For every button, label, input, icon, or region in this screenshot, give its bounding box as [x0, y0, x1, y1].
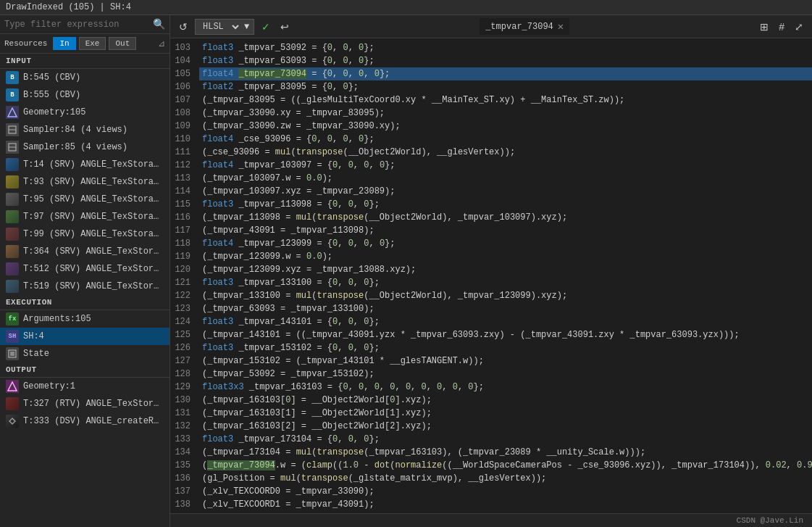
- search-input[interactable]: [4, 20, 150, 30]
- tree-item-t93[interactable]: T:93 (SRV) ANGLE_TexStorag...: [0, 173, 169, 191]
- close-file-button[interactable]: ✕: [558, 20, 564, 33]
- tree-item-t333[interactable]: T:333 (DSV) ANGLE_createRe...: [0, 412, 169, 430]
- line-number: 121: [170, 276, 199, 289]
- line-content: float3x3 _tmpvar_163103 = {0, 0, 0, 0, 0…: [199, 381, 812, 394]
- line-content: float4 _tmpvar_73094 = {0, 0, 0, 0};: [199, 67, 812, 80]
- title-text: DrawIndexed (105) | SH:4: [6, 2, 131, 12]
- tree-item-b545[interactable]: B B:545 (CBV): [0, 69, 169, 86]
- texture-icon-t97: [6, 210, 19, 223]
- line-number: 136: [170, 472, 199, 485]
- line-number: 132: [170, 420, 199, 433]
- line-number: 134: [170, 446, 199, 459]
- tree-item-t95[interactable]: T:95 (SRV) ANGLE_TexStorag...: [0, 191, 169, 208]
- tree-item-samp84[interactable]: Sampler:84 (4 views): [0, 121, 169, 138]
- tabs-row: Resources In Exe Out ⊿: [0, 34, 169, 54]
- line-content: (_tmpvar_63093 = _tmpvar_133100);: [199, 302, 812, 315]
- code-line: 108(_tmpvar_33090.xy = _tmpvar_83095);: [170, 107, 812, 120]
- line-number: 104: [170, 54, 199, 67]
- tree-item-t14[interactable]: T:14 (SRV) ANGLE_TexStorag...: [0, 156, 169, 173]
- tree-item-state[interactable]: State: [0, 345, 169, 362]
- line-content: float3 _tmpvar_153102 = {0, 0, 0};: [199, 341, 812, 354]
- code-line: 120(_tmpvar_123099.xyz = _tmpvar_13088.x…: [170, 263, 812, 276]
- section-output-header: Output: [0, 362, 169, 378]
- line-content: (gl_Position = mul(transpose(_glstate_ma…: [199, 472, 812, 485]
- line-number: 112: [170, 159, 199, 172]
- code-line: 116(_tmpvar_113098 = mul(transpose(__Obj…: [170, 211, 812, 224]
- code-line: 124float3 _tmpvar_143101 = {0, 0, 0};: [170, 315, 812, 328]
- search-bar: 🔍: [0, 15, 169, 34]
- code-line: 103float3 _tmpvar_53092 = {0, 0, 0};: [170, 41, 812, 54]
- filter-icon[interactable]: ⊿: [158, 38, 165, 49]
- line-number: 103: [170, 41, 199, 54]
- state-icon: [6, 347, 19, 360]
- tree-item-t519[interactable]: T:519 (SRV) ANGLE_TexStor...: [0, 278, 169, 295]
- tree-item-t99[interactable]: T:99 (SRV) ANGLE_TexStorag...: [0, 225, 169, 243]
- line-number: 126: [170, 341, 199, 354]
- line-content: (_tmpvar_53092 = _tmpvar_153102);: [199, 368, 812, 381]
- code-line: 122(_tmpvar_133100 = mul(transpose(__Obj…: [170, 289, 812, 302]
- item-label-sh4: SH:4: [23, 331, 44, 341]
- language-selector[interactable]: HLSL GLSL SPIRV ▼: [195, 19, 254, 35]
- buffer-icon: B: [6, 71, 19, 84]
- line-number: 116: [170, 211, 199, 224]
- tree-item-sh4[interactable]: SH SH:4: [0, 328, 169, 345]
- tab-out[interactable]: Out: [109, 37, 136, 50]
- line-content: (_tmpvar_123099.xyz = _tmpvar_13088.xyz)…: [199, 263, 812, 276]
- line-content: (_tmpvar_163103[1] = __Object2World[1].x…: [199, 407, 812, 420]
- code-area[interactable]: 103float3 _tmpvar_53092 = {0, 0, 0};104f…: [170, 38, 812, 513]
- code-line: 128(_tmpvar_53092 = _tmpvar_153102);: [170, 368, 812, 381]
- tree-item-t97[interactable]: T:97 (SRV) ANGLE_TexStorag...: [0, 208, 169, 225]
- undo-button[interactable]: ↩: [277, 20, 292, 34]
- code-toolbar: ↺ HLSL GLSL SPIRV ▼ ✓ ↩ _tmpvar_73094 ✕ …: [170, 15, 812, 38]
- tree-item-geo105[interactable]: Geometry:105: [0, 104, 169, 121]
- line-content: float3 _tmpvar_113098 = {0, 0, 0};: [199, 198, 812, 211]
- expand-button[interactable]: ⤢: [792, 20, 806, 34]
- item-label-b545: B:545 (CBV): [23, 72, 80, 83]
- sampler-icon-84: [6, 123, 19, 136]
- tab-in[interactable]: In: [53, 37, 75, 50]
- code-line: 113(_tmpvar_103097.w = 0.0);: [170, 172, 812, 185]
- item-label-samp85: Sampler:85 (4 views): [23, 142, 127, 152]
- tree-item-geo1[interactable]: Geometry:1: [0, 378, 169, 395]
- line-content: float4 _tmpvar_123099 = {0, 0, 0, 0};: [199, 237, 812, 250]
- line-content: float4 _tmpvar_103097 = {0, 0, 0, 0};: [199, 159, 812, 172]
- code-line: 121float3 _tmpvar_133100 = {0, 0, 0};: [170, 276, 812, 289]
- code-line: 133float3 _tmpvar_173104 = {0, 0, 0};: [170, 433, 812, 446]
- language-select[interactable]: HLSL GLSL SPIRV: [200, 21, 241, 33]
- tree-item-samp85[interactable]: Sampler:85 (4 views): [0, 138, 169, 156]
- line-content: (_tmpvar_163103[0] = __Object2World[0].x…: [199, 394, 812, 407]
- filter-lines-button[interactable]: ⊞: [757, 20, 771, 34]
- line-number: 107: [170, 94, 199, 107]
- tree-item-t364[interactable]: T:364 (SRV) ANGLE_TexStor...: [0, 243, 169, 260]
- code-line: 112float4 _tmpvar_103097 = {0, 0, 0, 0};: [170, 159, 812, 172]
- search-icon: 🔍: [153, 18, 165, 30]
- item-label-t99: T:99 (SRV) ANGLE_TexStorag...: [23, 229, 164, 239]
- output-geo-icon: [6, 380, 19, 393]
- line-number: 118: [170, 237, 199, 250]
- line-content: (_tmpvar_113098 = mul(transpose(__Object…: [199, 211, 812, 224]
- code-line: 125(_tmpvar_143101 = ((_tmpvar_43091.yzx…: [170, 328, 812, 341]
- tree-item-args105[interactable]: fx Arguments:105: [0, 310, 169, 328]
- tab-exe[interactable]: Exe: [79, 37, 106, 50]
- tree-item-b555[interactable]: B B:555 (CBV): [0, 86, 169, 104]
- code-line: 138(_xlv_TEXCOORD1 = _tmpvar_43091);: [170, 498, 812, 511]
- code-line: 117(_tmpvar_43091 = _tmpvar_113098);: [170, 224, 812, 237]
- sampler-icon-85: [6, 141, 19, 154]
- item-label-state: State: [23, 349, 49, 359]
- refresh-button[interactable]: ↺: [176, 20, 191, 34]
- line-content: (_tmpvar_153102 = (_tmpvar_143101 * __gl…: [199, 354, 812, 368]
- hash-button[interactable]: #: [776, 20, 787, 34]
- code-line: 135(_tmpvar_73094.w = (clamp((1.0 - dot(…: [170, 459, 812, 472]
- item-label-t327: T:327 (RTV) ANGLE_TexStor...: [23, 399, 164, 409]
- line-content: float3 _tmpvar_143101 = {0, 0, 0};: [199, 315, 812, 328]
- tree-item-t327[interactable]: T:327 (RTV) ANGLE_TexStor...: [0, 395, 169, 412]
- texture-icon-t512: [6, 262, 19, 275]
- line-number: 124: [170, 315, 199, 328]
- tree-item-t512[interactable]: T:512 (SRV) ANGLE_TexStor...: [0, 260, 169, 278]
- item-label-t95: T:95 (SRV) ANGLE_TexStorag...: [23, 194, 164, 204]
- geometry-icon: [6, 106, 19, 119]
- code-line: 110float4 _cse_93096 = {0, 0, 0, 0};: [170, 133, 812, 146]
- fx-icon: fx: [6, 312, 19, 325]
- line-number: 130: [170, 394, 199, 407]
- check-button[interactable]: ✓: [259, 20, 273, 34]
